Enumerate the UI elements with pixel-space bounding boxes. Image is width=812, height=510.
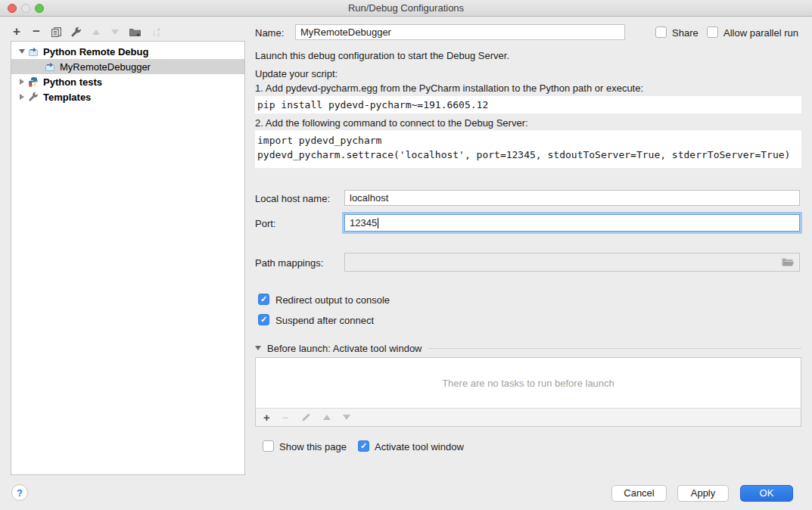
create-new-folder-button[interactable]	[127, 24, 142, 39]
move-down-button[interactable]	[107, 24, 123, 39]
remove-configuration-button[interactable]: −	[29, 24, 44, 39]
tree-item-label: MyRemoteDebugger	[60, 61, 151, 73]
activate-tool-window-checkbox[interactable]: ✓	[358, 440, 369, 452]
pip-install-code: pip install pydevd-pycharm~=191.6605.12	[255, 96, 801, 114]
add-configuration-button[interactable]: +	[9, 24, 24, 39]
apply-button[interactable]: Apply	[677, 485, 729, 502]
arrow-up-icon	[92, 30, 100, 35]
path-mappings-label: Path mappings:	[255, 257, 323, 269]
path-mappings-input[interactable]	[344, 253, 800, 272]
zoom-window-button[interactable]	[35, 4, 44, 13]
before-launch-header[interactable]: Before launch: Activate tool window	[255, 342, 801, 354]
wrench-icon	[28, 92, 39, 102]
folder-plus-icon	[129, 26, 142, 37]
suspend-after-connect-checkbox[interactable]: ✓	[258, 314, 269, 325]
before-launch-task-list: There are no tasks to run before launch …	[255, 357, 801, 427]
settrace-code-line-1: import pydevd_pycharm	[257, 133, 799, 148]
sort-az-icon: ↓az	[151, 26, 160, 38]
text-cursor	[378, 218, 378, 229]
chevron-down-icon[interactable]	[19, 49, 25, 54]
copy-icon	[51, 26, 62, 38]
show-this-page-label: Show this page	[279, 441, 347, 452]
cancel-button[interactable]: Cancel	[611, 485, 667, 502]
check-icon: ✓	[360, 441, 367, 451]
instruction-line-1: Launch this debug configuration to start…	[255, 50, 509, 61]
tree-item-myremotedebugger[interactable]: MyRemoteDebugger	[11, 59, 244, 74]
move-task-up-button[interactable]	[323, 415, 331, 420]
section-divider	[428, 348, 801, 349]
show-this-page-checkbox[interactable]	[263, 440, 274, 452]
empty-tasks-message: There are no tasks to run before launch	[256, 358, 801, 408]
chevron-right-icon[interactable]	[20, 79, 24, 85]
instruction-line-2: Update your script:	[255, 68, 338, 79]
allow-parallel-run-checkbox[interactable]	[707, 26, 718, 38]
tree-item-python-tests[interactable]: Python tests	[11, 74, 244, 89]
before-launch-title: Before launch: Activate tool window	[267, 343, 422, 354]
tree-item-label: Templates	[43, 92, 91, 103]
settrace-code-block: import pydevd_pycharm pydevd_pycharm.set…	[255, 130, 801, 168]
copy-configuration-button[interactable]	[48, 24, 64, 39]
title-bar: Run/Debug Configurations	[0, 0, 812, 17]
share-label: Share	[672, 27, 698, 39]
edit-templates-button[interactable]	[68, 24, 83, 39]
tree-item-label: Python tests	[43, 76, 102, 88]
run-debug-configurations-dialog: Run/Debug Configurations + − ↓az	[0, 0, 812, 510]
help-button[interactable]: ?	[11, 484, 28, 501]
window-title: Run/Debug Configurations	[348, 2, 464, 14]
task-list-toolbar: + −	[256, 408, 801, 426]
port-input[interactable]: 12345	[344, 214, 800, 232]
remote-debug-config-icon	[45, 62, 56, 72]
tree-item-templates[interactable]: Templates	[11, 89, 244, 104]
local-host-name-label: Local host name:	[255, 193, 330, 204]
open-folder-icon[interactable]	[781, 257, 795, 267]
python-tests-icon	[28, 76, 39, 87]
remove-task-button[interactable]: −	[282, 410, 289, 425]
edit-task-pencil-icon[interactable]	[301, 412, 311, 422]
configurations-tree: Python Remote Debug MyRemoteDebugger	[11, 41, 245, 475]
plus-icon: +	[13, 24, 20, 39]
move-up-button[interactable]	[89, 24, 104, 39]
redirect-output-label: Redirect output to console	[275, 294, 390, 306]
minimize-window-button[interactable]	[21, 4, 30, 13]
instruction-step-1: 1. Add pydevd-pycharm.egg from the PyCha…	[255, 82, 643, 94]
instruction-step-2: 2. Add the following command to connect …	[255, 117, 528, 129]
share-checkbox[interactable]	[655, 26, 667, 38]
check-icon: ✓	[260, 294, 267, 304]
tree-item-python-remote-debug[interactable]: Python Remote Debug	[11, 44, 244, 59]
chevron-right-icon[interactable]	[20, 94, 24, 100]
close-window-button[interactable]	[8, 4, 17, 13]
local-host-name-input[interactable]	[344, 190, 800, 206]
check-icon: ✓	[260, 315, 267, 325]
question-mark-icon: ?	[17, 487, 23, 499]
wrench-icon	[70, 26, 82, 38]
redirect-output-checkbox[interactable]: ✓	[258, 294, 269, 305]
arrow-down-icon	[111, 30, 119, 35]
port-label: Port:	[255, 218, 275, 229]
settrace-code-line-2: pydevd_pycharm.settrace('localhost', por…	[257, 148, 799, 162]
move-task-down-button[interactable]	[343, 415, 350, 420]
name-label: Name:	[255, 27, 284, 39]
allow-parallel-run-label: Allow parallel run	[723, 27, 798, 39]
minus-icon: −	[33, 24, 40, 39]
activate-tool-window-label: Activate tool window	[375, 441, 464, 452]
port-value: 12345	[350, 217, 377, 229]
tree-item-label: Python Remote Debug	[43, 46, 148, 58]
sort-configurations-button[interactable]: ↓az	[148, 24, 163, 39]
collapse-icon[interactable]	[255, 346, 261, 350]
name-input[interactable]	[295, 24, 625, 40]
ok-button[interactable]: OK	[740, 485, 793, 502]
remote-debug-config-icon	[28, 47, 39, 57]
add-task-button[interactable]: +	[263, 410, 270, 425]
suspend-after-connect-label: Suspend after connect	[275, 315, 374, 326]
